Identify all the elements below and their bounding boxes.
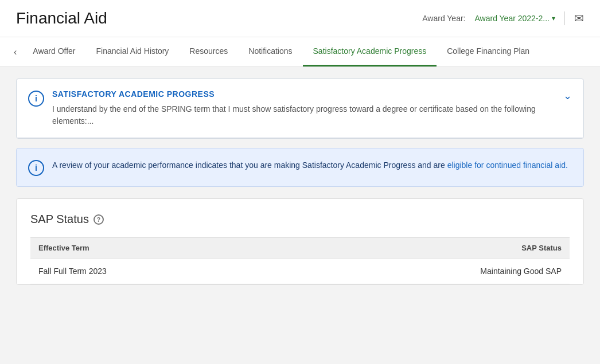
sap-info-body: I understand by the end of the SPRING te… <box>52 103 563 127</box>
award-year-label: Award Year: <box>422 14 465 23</box>
tab-satisfactory-academic-progress[interactable]: Satisfactory Academic Progress <box>303 37 437 66</box>
page-wrapper: Financial Aid Award Year: Award Year 202… <box>0 0 600 364</box>
nav-tabs: ‹ Award Offer Financial Aid History Reso… <box>0 37 600 67</box>
nav-back-button[interactable]: ‹ <box>11 38 22 66</box>
review-link[interactable]: eligible for continued financial aid. <box>447 161 568 170</box>
sap-info-header: i SATISFACTORY ACADEMIC PROGRESS I under… <box>17 79 583 138</box>
sap-table-head: Effective Term SAP Status <box>30 238 570 259</box>
table-row: Fall Full Term 2023 Maintaining Good SAP <box>30 259 570 284</box>
review-text-before: A review of your academic performance in… <box>52 161 447 170</box>
sap-status-card: SAP Status ? Effective Term SAP Status F… <box>16 198 584 285</box>
main-content: i SATISFACTORY ACADEMIC PROGRESS I under… <box>0 67 600 296</box>
sap-status-label: SAP Status <box>30 213 89 226</box>
sap-info-content: SATISFACTORY ACADEMIC PROGRESS I underst… <box>52 89 563 127</box>
col-effective-term: Effective Term <box>30 238 280 259</box>
tab-resources[interactable]: Resources <box>179 37 238 66</box>
sap-info-left: i SATISFACTORY ACADEMIC PROGRESS I under… <box>28 89 563 127</box>
cell-effective-term: Fall Full Term 2023 <box>30 259 280 284</box>
info-icon: i <box>28 91 44 107</box>
tab-college-financing-plan[interactable]: College Financing Plan <box>437 37 540 66</box>
sap-table: Effective Term SAP Status Fall Full Term… <box>30 237 570 284</box>
mail-icon[interactable]: ✉ <box>574 11 584 25</box>
review-info-icon: i <box>28 160 44 176</box>
sap-table-header-row: Effective Term SAP Status <box>30 238 570 259</box>
award-year-value: Award Year 2022-2... <box>474 14 550 23</box>
review-panel: i A review of your academic performance … <box>16 148 584 187</box>
sap-info-title: SATISFACTORY ACADEMIC PROGRESS <box>52 89 563 99</box>
sap-collapse-button[interactable]: ⌄ <box>563 89 572 102</box>
chevron-down-icon: ▾ <box>552 14 555 22</box>
help-icon[interactable]: ? <box>93 214 104 225</box>
sap-info-panel: i SATISFACTORY ACADEMIC PROGRESS I under… <box>16 79 584 139</box>
cell-sap-status: Maintaining Good SAP <box>280 259 570 284</box>
sap-table-body: Fall Full Term 2023 Maintaining Good SAP <box>30 259 570 284</box>
tab-award-offer[interactable]: Award Offer <box>22 37 85 66</box>
header: Financial Aid Award Year: Award Year 202… <box>0 0 600 37</box>
header-right: Award Year: Award Year 2022-2... ▾ ✉ <box>422 11 584 25</box>
award-year-select[interactable]: Award Year 2022-2... ▾ <box>474 14 555 23</box>
page-title: Financial Aid <box>16 9 107 28</box>
sap-card-title: SAP Status ? <box>30 213 570 226</box>
tab-notifications[interactable]: Notifications <box>238 37 302 66</box>
col-sap-status: SAP Status <box>280 238 570 259</box>
header-divider <box>564 11 565 25</box>
review-text: A review of your academic performance in… <box>52 159 568 171</box>
tab-financial-aid-history[interactable]: Financial Aid History <box>86 37 180 66</box>
